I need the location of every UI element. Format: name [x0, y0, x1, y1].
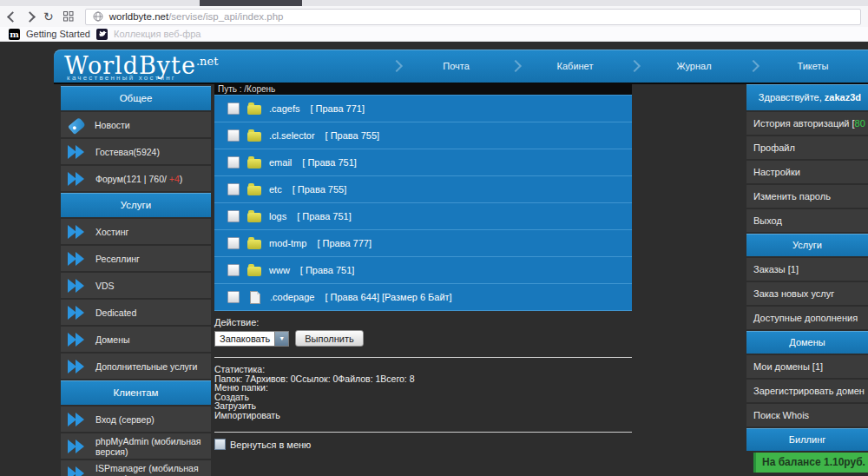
folder-icon	[247, 240, 261, 249]
folder-icon	[247, 267, 261, 276]
reload-icon[interactable]: ↻	[43, 10, 54, 23]
row-checkbox[interactable]	[227, 291, 240, 303]
file-name: .cagefs	[269, 103, 299, 114]
my-domains-item[interactable]: Мои домены [1]	[746, 355, 868, 378]
action-select[interactable]: Запаковать ▼	[214, 331, 289, 347]
sidebar-item-extra-services[interactable]: Дополнительные услуги	[61, 354, 211, 379]
row-checkbox[interactable]	[227, 129, 240, 142]
folder-menu-create[interactable]: Создать	[214, 393, 632, 402]
divider	[214, 357, 632, 358]
browser-tab[interactable]	[200, 0, 302, 6]
file-meta: [ Права 751]	[297, 211, 352, 221]
forward-icon[interactable]	[24, 11, 36, 23]
file-row[interactable]: logs [ Права 751]	[214, 203, 632, 230]
speed-dial-icon[interactable]	[63, 11, 74, 22]
sidebar-item-vds[interactable]: VDS	[61, 273, 211, 298]
sidebar-item-hosting[interactable]: Хостинг	[61, 219, 211, 244]
folder-icon	[247, 186, 261, 195]
sidebar-item-news[interactable]: Новости	[61, 112, 211, 137]
username: zakaz3d	[825, 92, 861, 102]
file-name: etc	[269, 184, 282, 195]
nav-item-tickets[interactable]: Тикеты	[758, 61, 868, 71]
orders-item[interactable]: Заказы [1]	[746, 258, 868, 281]
file-row[interactable]: .cagefs [ Права 771]	[214, 96, 632, 122]
settings-item[interactable]: Настройки	[746, 161, 868, 183]
sidebar-item-label: Домены	[95, 334, 129, 345]
file-meta: [ Права 771]	[310, 103, 365, 114]
sidebar-item-phpmyadmin[interactable]: phpMyAdmin (мобильная версия)	[61, 433, 211, 459]
file-name: mod-tmp	[269, 238, 306, 248]
left-section-clients: Клиентам	[61, 380, 211, 405]
sidebar-item-reselling[interactable]: Реселлинг	[61, 246, 211, 271]
bookmark-getting-started[interactable]: Getting Started	[26, 29, 90, 39]
file-list: .cagefs [ Права 771] .cl.selector [ Прав…	[214, 95, 632, 311]
sidebar-item-domains[interactable]: Домены	[61, 327, 211, 352]
sidebar-item-label: Гостевая(5924)	[95, 147, 160, 157]
folder-menu-import[interactable]: Импортировать	[214, 411, 632, 420]
sidebar-item-login-server[interactable]: Вход (сервер)	[61, 407, 211, 432]
file-name: logs	[269, 211, 286, 221]
nav-item-cabinet[interactable]: Кабинет	[520, 61, 630, 71]
sidebar-item-label: VDS	[95, 281, 115, 291]
fast-forward-icon	[68, 333, 88, 347]
change-password-item[interactable]: Изменить пароль	[746, 185, 868, 208]
site-logo[interactable]: WorldByte.net качественный хостинг	[64, 50, 218, 82]
sidebar-item-forum[interactable]: Форум(121 | 760/ +4)	[61, 166, 211, 191]
register-domain-item[interactable]: Зарегистрировать домен	[746, 380, 868, 402]
file-row[interactable]: mod-tmp [ Права 777]	[214, 230, 632, 257]
available-addons-item[interactable]: Доступные дополнения	[746, 307, 868, 329]
profile-item[interactable]: Профайл	[746, 136, 868, 159]
sidebar-item-label: Вход (сервер)	[95, 414, 155, 425]
return-icon	[214, 439, 226, 450]
sidebar-item-dedicated[interactable]: Dedicated	[61, 300, 211, 325]
fast-forward-icon	[68, 279, 88, 293]
row-checkbox[interactable]	[227, 264, 240, 276]
bookmarks-bar: m Getting Started Коллекция веб-фра	[0, 27, 868, 42]
tag-icon	[68, 117, 86, 135]
file-row[interactable]: etc [ Права 755]	[214, 176, 632, 203]
file-meta: [ Права 755]	[326, 130, 380, 141]
action-area: Действие: Запаковать ▼ Выполнить Статист…	[214, 311, 632, 450]
row-checkbox[interactable]	[227, 156, 240, 169]
auth-success-count: 80	[855, 118, 865, 129]
action-select-value: Запаковать	[215, 332, 274, 346]
nav-item-mail[interactable]: Почта	[401, 61, 511, 71]
sidebar-item-label: Форум(121 | 760/ +4)	[95, 174, 182, 184]
sidebar-item-guestbook[interactable]: Гостевая(5924)	[61, 139, 211, 164]
file-meta: [ Права 751]	[300, 265, 355, 275]
row-checkbox[interactable]	[227, 210, 240, 222]
execute-button[interactable]: Выполнить	[295, 330, 363, 347]
back-icon[interactable]	[7, 11, 18, 23]
top-nav: Почта Кабинет Журнал Тикеты	[392, 50, 868, 83]
folder-menu-upload[interactable]: Загрузить	[214, 401, 632, 411]
logout-item[interactable]: Выход	[746, 209, 868, 232]
balance-badge[interactable]: На балансе 1.10руб.	[753, 453, 868, 473]
row-checkbox[interactable]	[227, 237, 240, 249]
row-checkbox[interactable]	[227, 102, 240, 115]
sidebar-item-ispmanager[interactable]: ISPmanager (мобильная версия)	[61, 460, 211, 476]
fast-forward-icon	[68, 360, 88, 374]
folder-icon	[247, 132, 261, 142]
forum-new-count: +4	[169, 174, 180, 184]
file-icon	[250, 291, 260, 304]
back-to-menu-link[interactable]: Вернуться в меню	[214, 432, 632, 450]
row-checkbox[interactable]	[227, 183, 240, 195]
order-new-services-item[interactable]: Заказ новых услуг	[746, 282, 868, 305]
folder-icon	[247, 105, 261, 115]
folder-menu-title: Меню папки:	[214, 383, 632, 393]
file-row[interactable]: .cl.selector [ Права 755]	[214, 122, 632, 149]
nav-item-journal[interactable]: Журнал	[639, 61, 749, 71]
file-row[interactable]: www [ Права 751]	[214, 257, 632, 284]
whois-search-item[interactable]: Поиск Whois	[746, 404, 868, 426]
greeting-header: Здравствуйте, zakaz3d	[746, 84, 868, 110]
file-meta: [ Права 755]	[293, 184, 347, 195]
auth-history-item[interactable]: История авторизаций [80 | 5]	[746, 112, 868, 135]
file-meta: [ Права 644] [Размер 6 Байт]	[325, 292, 451, 302]
browser-toolbar: ↻ worldbyte.net/servise/isp_api/index.ph…	[0, 6, 868, 27]
file-row[interactable]: .codepage [ Права 644] [Размер 6 Байт]	[214, 284, 632, 311]
file-row[interactable]: email [ Права 751]	[214, 149, 632, 176]
bookmark-collection[interactable]: Коллекция веб-фра	[114, 29, 201, 39]
chevron-down-icon[interactable]: ▼	[274, 332, 288, 346]
right-section-domains: Домены	[746, 331, 868, 354]
address-bar[interactable]: worldbyte.net/servise/isp_api/index.php	[85, 9, 861, 25]
